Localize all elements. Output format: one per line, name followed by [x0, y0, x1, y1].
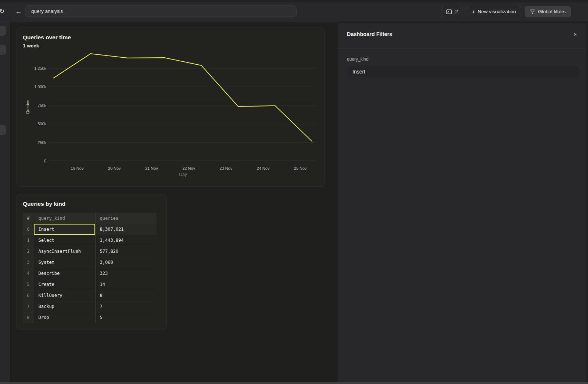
query-kind-cell[interactable]: Create [34, 279, 95, 290]
queries-count-cell: 577,820 [95, 246, 157, 257]
row-index-cell: 3 [23, 257, 34, 268]
table-row: 5Create14 [23, 279, 157, 290]
query-kind-cell[interactable]: AsyncInsertFlush [34, 246, 95, 257]
plus-icon: + [472, 8, 475, 15]
queries-count-cell: 8 [95, 290, 157, 301]
table-row: 1Select1,443,894 [23, 235, 157, 246]
back-arrow-icon[interactable]: ← [15, 8, 22, 15]
x-tick-label: 19 Nov [71, 166, 84, 171]
column-header-index: # [23, 213, 34, 224]
global-filters-button[interactable]: Global filters [525, 6, 571, 17]
queries-count-cell: 3,060 [95, 257, 157, 268]
sidebar-divider [0, 23, 10, 23]
x-tick-label: 25 Nov [294, 166, 307, 171]
table-row: 8Drop5 [23, 312, 157, 323]
sidebar-item-2[interactable] [0, 45, 6, 55]
table-title: Queries by kind [23, 201, 65, 207]
query-kind-cell[interactable]: Select [34, 235, 95, 246]
x-axis-title: Day [179, 172, 187, 177]
sql-console-icon [446, 9, 452, 14]
queries-count-cell: 8,307,021 [95, 224, 157, 235]
table-row: 3System3,060 [23, 257, 157, 268]
queries-over-time-card: Queries over time 1 week 0250k500k750k1 … [17, 28, 325, 187]
filters-panel-title: Dashboard Filters [347, 31, 392, 37]
left-sidebar: ↻ [0, 0, 10, 384]
y-tick-label: 1 000k [34, 85, 47, 89]
y-tick-label: 0 [44, 159, 46, 163]
close-icon[interactable]: ✕ [571, 31, 579, 38]
query-kind-cell[interactable]: Drop [34, 312, 95, 323]
y-tick-label: 500k [37, 122, 46, 126]
x-tick-label: 23 Nov [219, 166, 232, 171]
row-index-cell: 1 [23, 235, 34, 246]
chart-x-tick-labels: 19 Nov20 Nov21 Nov22 Nov23 Nov24 Nov25 N… [71, 166, 307, 171]
horizontal-scrollbar[interactable] [0, 382, 588, 384]
row-index-cell: 2 [23, 246, 34, 257]
x-tick-label: 20 Nov [108, 166, 121, 171]
dashboard-canvas: Queries over time 1 week 0250k500k750k1 … [10, 23, 338, 384]
row-index-cell: 5 [23, 279, 34, 290]
row-index-cell: 4 [23, 268, 34, 279]
global-filters-label: Global filters [538, 9, 566, 14]
queries-count-cell: 7 [95, 301, 157, 312]
panel-divider [338, 49, 586, 49]
queries-count-cell: 1,443,894 [95, 235, 157, 246]
column-header-queries: queries [95, 213, 157, 224]
new-visualization-label: New visualization [478, 9, 516, 14]
query-kind-cell[interactable]: System [34, 257, 95, 268]
new-visualization-button[interactable]: + New visualization [467, 6, 521, 17]
y-tick-label: 1 250k [34, 66, 47, 71]
table-header-row: #query_kindqueries [23, 213, 157, 224]
table-row: 2AsyncInsertFlush577,820 [23, 246, 157, 257]
table-row: 6KillQuery8 [23, 290, 157, 301]
row-index-cell: 8 [23, 312, 34, 323]
y-tick-label: 750k [37, 103, 46, 108]
table-row: 0Insert8,307,021 [23, 224, 157, 235]
queries-count-cell: 323 [95, 268, 157, 279]
table-row: 4Describe323 [23, 268, 157, 279]
queries-count-cell: 14 [95, 279, 157, 290]
y-tick-label: 250k [37, 140, 46, 145]
console-count: 2 [455, 9, 458, 14]
x-tick-label: 21 Nov [145, 166, 158, 171]
query-kind-cell[interactable]: Insert [34, 224, 95, 235]
y-axis-title: Queries [25, 100, 30, 114]
table-row: 7Backup7 [23, 301, 157, 312]
dashboard-filters-panel: Dashboard Filters ✕ query_kind Insert [338, 23, 588, 384]
sidebar-item-dashboard-active[interactable] [0, 26, 6, 36]
topbar-actions: 2 + New visualization Global filters [441, 6, 571, 17]
query-kind-cell[interactable]: Backup [34, 301, 95, 312]
chart-y-tick-labels: 0250k500k750k1 000k1 250k [34, 66, 47, 163]
x-tick-label: 22 Nov [182, 166, 195, 171]
queries-line-chart: 0250k500k750k1 000k1 250k 19 Nov20 Nov21… [17, 28, 325, 187]
funnel-icon [530, 9, 535, 14]
queries-count-cell: 5 [95, 312, 157, 323]
chart-gridlines [49, 68, 315, 161]
queries-by-kind-card: Queries by kind #query_kindqueries 0Inse… [17, 194, 166, 330]
row-index-cell: 0 [23, 224, 34, 235]
sidebar-item-3[interactable] [0, 125, 6, 135]
query-kind-cell[interactable]: KillQuery [34, 290, 95, 301]
x-tick-label: 24 Nov [257, 166, 270, 171]
queries-table: #query_kindqueries 0Insert8,307,0211Sele… [23, 213, 157, 323]
query-kind-filter-select[interactable]: Insert [347, 66, 579, 77]
top-bar: ← 2 + New visualization Global filters [10, 0, 588, 23]
query-kind-cell[interactable]: Describe [34, 268, 95, 279]
column-header-query_kind: query_kind [34, 213, 95, 224]
row-index-cell: 7 [23, 301, 34, 312]
history-icon[interactable]: ↻ [0, 7, 6, 15]
sql-console-count-button[interactable]: 2 [441, 6, 463, 17]
queries-series-line [54, 54, 312, 141]
query-kind-filter-value: Insert [352, 69, 365, 75]
window-top-strip [0, 0, 588, 3]
table-body: 0Insert8,307,0211Select1,443,8942AsyncIn… [23, 224, 157, 323]
filter-field-label: query_kind [347, 57, 369, 62]
dashboard-title-input[interactable] [25, 6, 297, 17]
row-index-cell: 6 [23, 290, 34, 301]
